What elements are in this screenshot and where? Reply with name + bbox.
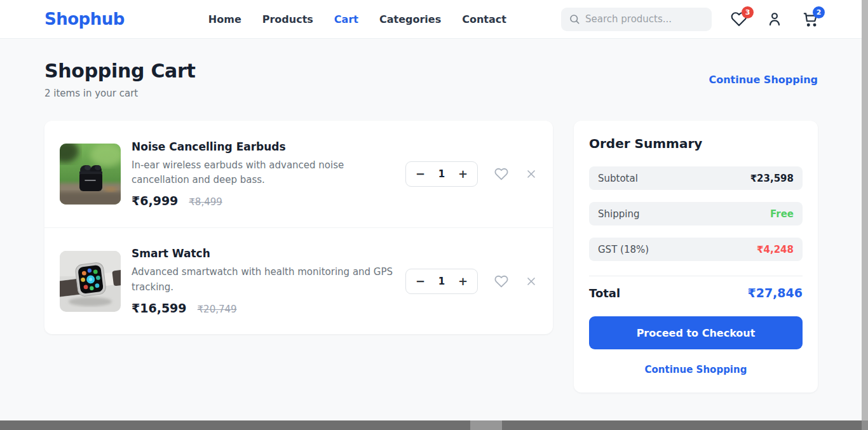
move-to-wishlist-button[interactable] <box>494 167 508 181</box>
item-original-price: ₹8,499 <box>189 196 222 208</box>
cart-item-count-text: 2 items in your cart <box>44 88 196 99</box>
subtotal-value: ₹23,598 <box>750 173 794 184</box>
move-to-wishlist-button[interactable] <box>494 274 508 288</box>
product-image-smartwatch <box>60 251 121 312</box>
close-icon <box>525 168 538 180</box>
horizontal-scrollbar-thumb[interactable] <box>470 420 502 430</box>
remove-item-button[interactable] <box>525 275 538 288</box>
header: Shophub Home Products Cart Categories Co… <box>0 0 868 39</box>
account-button[interactable] <box>766 11 783 27</box>
search-box <box>561 8 712 31</box>
cart-item-earbuds: Noise Cancelling Earbuds In-ear wireless… <box>44 121 553 227</box>
total-row: Total ₹27,846 <box>589 286 803 300</box>
page-title-row: Shopping Cart 2 items in your cart Conti… <box>44 60 818 99</box>
horizontal-scrollbar[interactable] <box>0 420 868 430</box>
quantity-stepper: − 1 + <box>405 269 478 294</box>
page-title: Shopping Cart <box>44 60 196 82</box>
nav-item-categories[interactable]: Categories <box>379 13 441 25</box>
gst-value: ₹4,248 <box>757 244 794 255</box>
increase-quantity-button[interactable]: + <box>458 276 468 287</box>
summary-row-shipping: Shipping Free <box>589 202 803 225</box>
quantity-value: 1 <box>438 168 445 180</box>
total-value: ₹27,846 <box>747 286 803 300</box>
main-nav: Home Products Cart Categories Contact <box>208 13 506 25</box>
search-input[interactable] <box>585 13 709 25</box>
quantity-value: 1 <box>438 276 445 287</box>
summary-row-gst: GST (18%) ₹4,248 <box>589 238 803 261</box>
item-price: ₹6,999 <box>132 194 178 208</box>
item-name: Noise Cancelling Earbuds <box>132 140 398 153</box>
cart-count-badge: 2 <box>813 6 825 18</box>
cart-items-card: Noise Cancelling Earbuds In-ear wireless… <box>44 121 553 334</box>
item-original-price: ₹20,749 <box>198 304 237 315</box>
cart-button[interactable]: 2 <box>802 11 818 27</box>
close-icon <box>525 275 538 288</box>
continue-shopping-summary-link[interactable]: Continue Shopping <box>645 364 747 375</box>
item-price: ₹16,599 <box>132 301 187 315</box>
wishlist-button[interactable]: 3 <box>731 11 747 27</box>
vertical-scrollbar[interactable] <box>862 0 868 420</box>
shopping-cart-page: Shophub Home Products Cart Categories Co… <box>0 0 868 430</box>
quantity-stepper: − 1 + <box>405 161 478 187</box>
heart-icon <box>494 167 508 181</box>
item-description: Advanced smartwatch with health monitori… <box>132 265 398 295</box>
order-summary-title: Order Summary <box>589 136 803 151</box>
nav-item-cart[interactable]: Cart <box>334 13 358 25</box>
item-description: In-ear wireless earbuds with advanced no… <box>132 158 398 188</box>
order-summary-card: Order Summary Subtotal ₹23,598 Shipping … <box>574 121 818 393</box>
product-image-earbuds <box>60 144 121 205</box>
nav-item-home[interactable]: Home <box>208 13 241 25</box>
decrease-quantity-button[interactable]: − <box>416 276 425 287</box>
summary-row-subtotal: Subtotal ₹23,598 <box>589 166 803 190</box>
nav-item-contact[interactable]: Contact <box>462 13 506 25</box>
continue-shopping-top-link[interactable]: Continue Shopping <box>709 74 818 86</box>
shophub-logo[interactable]: Shophub <box>44 10 125 29</box>
main-content: Shopping Cart 2 items in your cart Conti… <box>44 60 818 393</box>
heart-icon <box>494 274 508 288</box>
summary-divider <box>589 276 803 276</box>
decrease-quantity-button[interactable]: − <box>416 168 425 180</box>
cart-item-smart-watch: Smart Watch Advanced smartwatch with hea… <box>44 227 553 334</box>
proceed-to-checkout-button[interactable]: Proceed to Checkout <box>589 316 803 349</box>
search-icon <box>569 13 580 25</box>
wishlist-count-badge: 3 <box>742 6 754 18</box>
user-icon <box>766 11 783 27</box>
item-name: Smart Watch <box>132 247 398 260</box>
increase-quantity-button[interactable]: + <box>458 168 468 180</box>
cart-layout: Noise Cancelling Earbuds In-ear wireless… <box>44 121 818 393</box>
shipping-value: Free <box>770 208 794 220</box>
scrollbar-corner <box>862 420 868 430</box>
total-label: Total <box>589 286 620 300</box>
nav-item-products[interactable]: Products <box>262 13 313 25</box>
remove-item-button[interactable] <box>525 168 538 180</box>
